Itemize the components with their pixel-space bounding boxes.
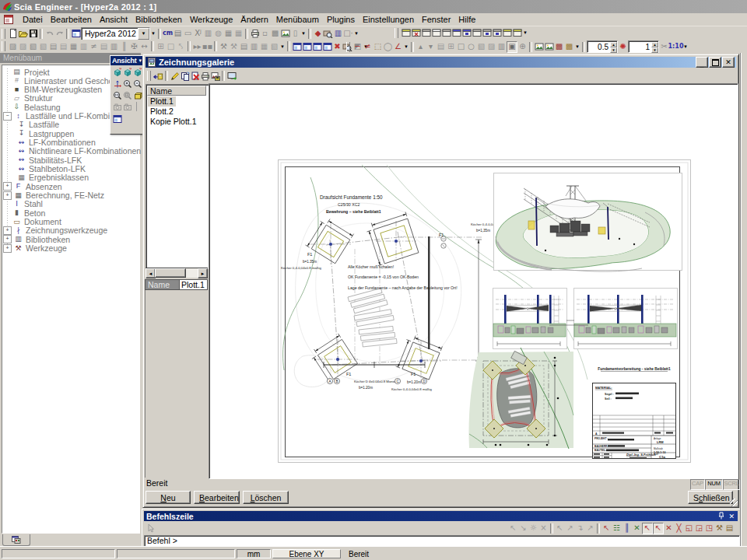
viewbar-window-10-icon[interactable] [492,27,502,38]
snap-cursor-3-icon[interactable]: ☼ [528,523,538,534]
raster-icon-10[interactable]: ▤ [99,41,109,52]
snap-table-icon[interactable]: ▤ [724,523,735,534]
pin-icon[interactable] [718,512,724,521]
viewbar-window-11-icon[interactable] [502,27,512,38]
menu-menbaum[interactable]: Menübaum [272,13,323,26]
menu-bearbeiten[interactable]: Bearbeiten [47,13,96,26]
raster-icon-4[interactable]: ▧ [38,41,48,52]
snap-near-icon[interactable]: ◳ [704,523,714,534]
tree-item[interactable]: ↭Stahlbeton-LFK [16,165,86,173]
tree-item[interactable]: +▥Bibliotheken [3,235,70,243]
modify-icon-5[interactable]: ▦ [259,41,269,52]
render-icon-2[interactable] [544,41,554,52]
spin-up-icon[interactable]: ▲ [651,42,658,47]
node-icon-4[interactable]: ⊞ [446,41,456,52]
tree-item[interactable]: ▱Struktur [3,94,53,103]
scale-spinner[interactable]: 0.5▲▼ [587,40,618,53]
raster-icon-13[interactable]: ✠ [129,41,139,52]
units-cell[interactable]: mm [237,549,271,558]
viewbar-window-12-icon[interactable] [512,27,522,38]
zoom-out-icon[interactable] [132,79,142,89]
command-input[interactable]: Befehl > [144,535,740,547]
tree-item[interactable]: +⚒Werkzeuge [3,244,67,253]
tree-item[interactable]: ▦Ergebnisklassen [16,173,89,182]
chevron-down-icon[interactable]: ▼ [279,41,286,52]
raster-icon-11[interactable]: ▥ [109,41,119,52]
select-icon-3[interactable]: ⤣ [176,41,186,52]
delete-icon[interactable] [190,71,200,82]
list-item[interactable]: Plott.1 [148,96,176,107]
play-icon[interactable]: ▸▸ [192,41,202,52]
project-combo[interactable]: Hyper2a 2012▼ [81,27,150,40]
new-button[interactable]: Neu [146,491,191,504]
view-axon-1-icon[interactable] [112,67,122,77]
menu-einstellungen[interactable]: Einstellungen [359,13,418,26]
tree-item[interactable]: #Linienraster und Geschosse [3,76,126,85]
menu-bibliotheken[interactable]: Bibliotheken [132,13,186,26]
snap-settings-icon[interactable]: ⚒ [714,523,724,534]
snap-line-icon[interactable]: ║ [622,523,632,534]
box-icon[interactable]: ⬚ [373,41,383,52]
snap-perp-icon[interactable]: ✕ [664,523,674,534]
angle-icon[interactable]: ∠ [393,41,403,52]
modify-icon-3[interactable]: ▤ [239,41,249,52]
table-icon[interactable]: ▦ [223,28,233,39]
zoom-all-icon[interactable] [112,90,122,100]
spin-down-icon[interactable]: ▼ [651,47,658,53]
preview-icon[interactable] [226,71,237,82]
list-item[interactable]: Kopie Plott.1 [148,117,199,127]
window-icon-1[interactable] [292,41,302,52]
snap-cross-icon[interactable]: ✕ [632,523,642,534]
dims-icon[interactable]: □· [343,28,353,39]
render-icon-1[interactable] [534,41,544,52]
scroll-right-icon[interactable]: ► [198,268,208,278]
plane-cell[interactable]: Ebene XY [272,549,341,558]
tree-item[interactable]: ⅠStahl [3,200,43,208]
menu-hilfe[interactable]: Hilfe [454,13,479,26]
maximize-button[interactable] [709,57,721,68]
xj-coords-icon[interactable]: Xʲ [193,28,203,39]
chevron-down-icon[interactable]: ▼ [522,27,528,38]
minimize-button[interactable]: _ [696,57,708,68]
tree-expander-icon[interactable]: + [3,235,12,243]
tree-item[interactable]: ↭Stabilitäts-LFK [16,156,82,164]
render-icon-3[interactable]: ▩ [554,41,564,52]
toolbar-grip[interactable] [2,29,5,39]
snap-cursor-4-icon[interactable]: × [538,523,549,534]
open-icon[interactable] [18,28,28,39]
picture-icon[interactable] [280,28,290,39]
atom-icon[interactable]: ✺ [618,41,628,52]
print-icon[interactable] [200,71,210,82]
tree-item[interactable]: ■BIM-Werkzeugkasten [3,86,102,94]
tree-expander-icon[interactable]: + [3,226,12,235]
snap-tan-icon[interactable]: ◱ [684,523,694,534]
menu-werkzeuge[interactable]: Werkzeuge [186,13,237,26]
node-icon-9[interactable]: ▥ [496,41,507,52]
raster-icon-2[interactable]: ▨ [18,41,28,52]
gallery-icon[interactable]: ▩ [270,28,280,39]
snap-mode-3-icon[interactable]: ↴ [575,523,585,534]
snap-point-icon[interactable]: ↖ [601,523,612,534]
export-image-icon[interactable] [210,71,220,82]
hatch-icon[interactable]: ≠ [363,41,373,52]
scrollbar-thumb[interactable] [155,268,186,278]
menu-fenster[interactable]: Fenster [418,13,454,26]
tree-expander-icon[interactable]: + [3,244,12,253]
tree-item[interactable]: ▮Beton [3,208,45,217]
edit-button[interactable]: Bearbeiten [194,491,240,504]
line-icon[interactable]: ─ [352,41,363,52]
modify-icon-4[interactable]: ▥ [249,41,259,52]
stop-icon[interactable]: ▪▪ [202,41,212,52]
window-icon-4[interactable] [322,41,332,52]
tree-expander-icon[interactable]: + [3,182,12,191]
toolbar-grip[interactable] [2,41,5,51]
chevron-down-icon[interactable]: ▼ [682,41,689,52]
view-axon-2-icon[interactable] [122,67,132,77]
units-icon[interactable]: cm [163,28,173,39]
snap-end-icon[interactable]: ↖ [642,523,653,534]
redo-icon[interactable] [54,28,65,39]
zoom-window-icon[interactable] [122,90,132,100]
snap-cursor-1-icon[interactable]: ↖ [508,523,518,534]
view-axon-3-icon[interactable] [132,67,142,77]
viewbar-window-9-icon[interactable] [482,27,492,38]
